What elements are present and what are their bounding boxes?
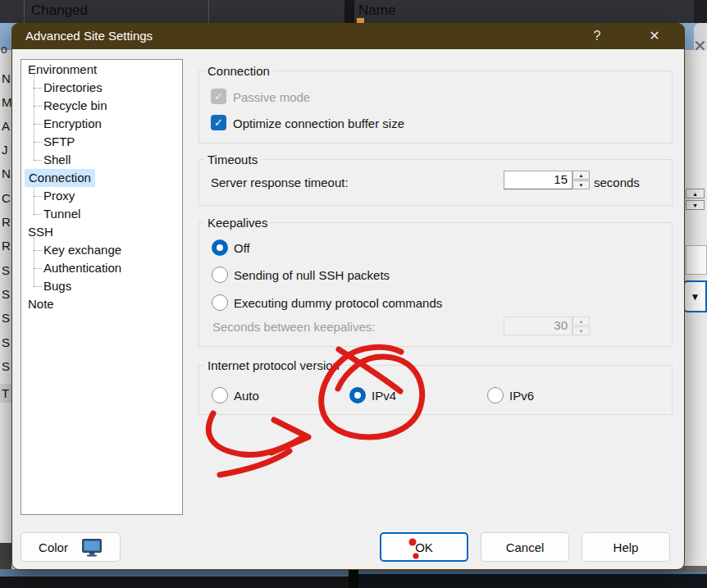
- group-connection-label: Connection: [204, 64, 273, 79]
- ok-button[interactable]: OK: [380, 532, 468, 562]
- ip-auto-radio[interactable]: [212, 387, 228, 403]
- help-button[interactable]: Help: [582, 532, 670, 562]
- timeout-spinner[interactable]: ▲ ▼: [572, 171, 590, 189]
- tree-item-ssh[interactable]: SSH: [21, 223, 182, 241]
- keepalive-dummy-commands-radio[interactable]: [212, 294, 228, 311]
- site-initial: N: [2, 70, 11, 88]
- site-initial: J: [2, 141, 8, 159]
- spin-down-icon: ▼: [692, 203, 698, 208]
- background-text-field[interactable]: [686, 245, 707, 275]
- chevron-down-icon: ▼: [691, 291, 700, 303]
- site-initial: R: [2, 237, 11, 255]
- background-dark-block: [0, 543, 11, 570]
- tree-item-shell[interactable]: Shell: [21, 151, 182, 169]
- color-button[interactable]: Color: [21, 532, 121, 562]
- column-divider: [24, 0, 25, 23]
- tree-item-bugs[interactable]: Bugs: [21, 277, 182, 295]
- background-bottom-bar-left: [0, 577, 358, 588]
- check-icon: ✓: [214, 116, 223, 129]
- cancel-button[interactable]: Cancel: [481, 532, 569, 562]
- column-header-changed[interactable]: Changed: [31, 2, 88, 19]
- ip-ipv4-label[interactable]: IPv4: [372, 388, 396, 403]
- keepalive-off-label[interactable]: Off: [234, 240, 250, 256]
- group-timeouts-label: Timeouts: [204, 153, 261, 167]
- timeout-unit-label: seconds: [594, 175, 640, 190]
- site-initial: S: [2, 358, 10, 376]
- settings-tree: Environment Directories Recycle bin Encr…: [21, 59, 183, 515]
- monitor-icon: [81, 538, 103, 557]
- background-close-icon[interactable]: ✕: [693, 36, 707, 56]
- site-initial: A: [2, 117, 10, 135]
- server-response-timeout-label: Server response timeout:: [211, 175, 349, 190]
- screen: Changed Name ✕ o N M A J N C R R S S S S…: [0, 0, 707, 588]
- keepalive-off-radio[interactable]: [212, 239, 228, 256]
- ip-ipv6-radio[interactable]: [487, 387, 504, 403]
- site-initial: T: [2, 385, 9, 403]
- background-combobox-button[interactable]: ▼: [683, 280, 707, 312]
- tree-item-recycle-bin[interactable]: Recycle bin: [21, 97, 182, 115]
- background-spin-up-button[interactable]: ▲: [686, 189, 705, 198]
- site-initial: S: [2, 309, 10, 327]
- background-partial-text: o: [1, 43, 7, 56]
- help-button-label: Help: [613, 540, 639, 554]
- site-initial: S: [2, 285, 10, 303]
- close-button[interactable]: ✕: [644, 23, 665, 49]
- background-bottom-bar-right: [358, 574, 707, 588]
- group-keepalives-label: Keepalives: [204, 216, 271, 230]
- group-internet-protocol: Internet protocol version: [198, 365, 673, 415]
- site-initial: M: [2, 93, 12, 112]
- ok-button-label: OK: [415, 540, 433, 554]
- tree-item-connection-selected[interactable]: Connection: [21, 169, 182, 187]
- tree-item-proxy[interactable]: Proxy: [21, 187, 182, 205]
- color-button-label: Color: [39, 540, 68, 554]
- tree-item-encryption[interactable]: Encryption: [21, 115, 182, 133]
- passive-mode-checkbox: ✓: [211, 89, 226, 104]
- site-initial: S: [2, 334, 10, 352]
- keepalive-null-packets-label[interactable]: Sending of null SSH packets: [234, 267, 390, 283]
- dialog-titlebar[interactable]: Advanced Site Settings ? ✕: [11, 23, 685, 49]
- advanced-site-settings-dialog: Advanced Site Settings ? ✕ Environment D…: [11, 23, 685, 570]
- seconds-between-keepalives-input: 30: [504, 317, 572, 335]
- optimize-buffer-label[interactable]: Optimize connection buffer size: [233, 116, 404, 131]
- spin-up-icon: ▲: [572, 317, 590, 326]
- ip-auto-label[interactable]: Auto: [234, 388, 259, 403]
- seconds-between-keepalives-label: Seconds between keepalives:: [212, 319, 375, 335]
- optimize-buffer-checkbox[interactable]: ✓: [211, 115, 226, 130]
- ip-ipv6-label[interactable]: IPv6: [509, 388, 534, 403]
- tree-item-note[interactable]: Note: [21, 295, 182, 313]
- group-internet-protocol-label: Internet protocol version: [204, 358, 343, 373]
- site-initial: R: [2, 213, 11, 231]
- background-status-strip-left: [0, 569, 349, 577]
- dialog-title: Advanced Site Settings: [25, 23, 153, 49]
- site-initial: N: [2, 165, 11, 183]
- tree-item-directories[interactable]: Directories: [21, 79, 182, 97]
- column-header-name[interactable]: Name: [358, 2, 395, 19]
- tree-item-sftp[interactable]: SFTP: [21, 133, 182, 151]
- group-connection: Connection: [198, 71, 673, 144]
- spin-up-icon: ▲: [692, 191, 698, 197]
- tree-item-environment[interactable]: Environment: [21, 61, 182, 79]
- column-divider: [208, 0, 209, 23]
- background-panel-corner: [694, 0, 707, 23]
- tree-item-key-exchange[interactable]: Key exchange: [21, 241, 182, 259]
- passive-mode-label: Passive mode: [233, 89, 310, 105]
- tree-item-tunnel[interactable]: Tunnel: [21, 205, 182, 223]
- site-initial: S: [2, 262, 10, 280]
- spin-up-icon[interactable]: ▲: [572, 171, 590, 180]
- cancel-button-label: Cancel: [506, 540, 545, 554]
- tree-item-authentication[interactable]: Authentication: [21, 259, 182, 277]
- server-response-timeout-input[interactable]: 15: [504, 171, 572, 189]
- spin-down-icon[interactable]: ▼: [572, 180, 590, 189]
- help-caption-button[interactable]: ?: [586, 23, 608, 49]
- keepalive-null-packets-radio[interactable]: [212, 267, 228, 283]
- keepalives-spinner: ▲ ▼: [572, 317, 590, 335]
- keepalive-dummy-commands-label[interactable]: Executing dummy protocol commands: [234, 295, 442, 311]
- ip-ipv4-radio[interactable]: [349, 387, 366, 403]
- spin-down-icon: ▼: [572, 326, 590, 335]
- check-icon: ✓: [214, 90, 223, 103]
- site-initial: C: [2, 189, 11, 207]
- background-spin-down-button[interactable]: ▼: [686, 200, 705, 210]
